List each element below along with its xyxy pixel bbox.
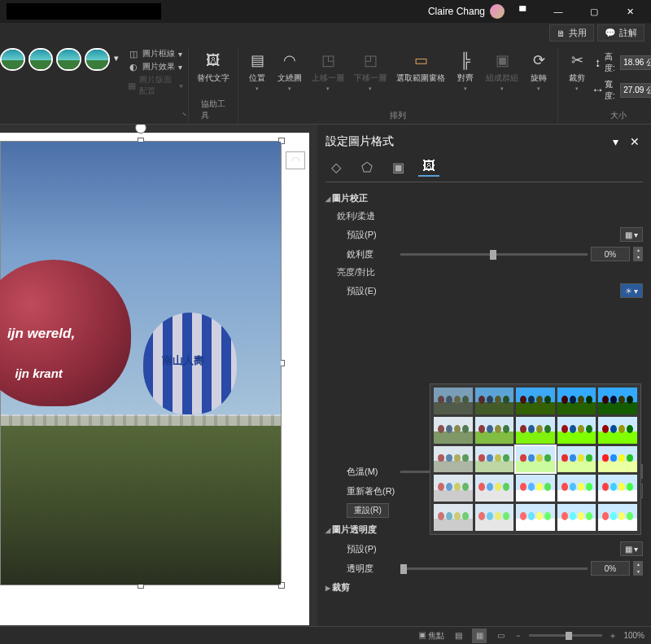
pane-menu-button[interactable]: ▾ [608,135,623,148]
section-picture-corrections[interactable]: 圖片校正 [326,189,643,208]
brightness-preset-cell[interactable] [434,446,473,473]
view-web-button[interactable]: ▭ [493,629,508,643]
label-transparency: 透明度 [347,563,395,575]
width-icon: ⭤ [594,86,602,95]
rotate-handle[interactable] [135,125,146,134]
image-content: 南山人壽 [1,142,281,585]
view-print-button[interactable]: ▦ [472,629,487,643]
share-button[interactable]: 🗎 共用 [549,24,594,42]
pane-tabs: ◇ ⬠ ▣ 🖼 [326,157,643,182]
section-crop[interactable]: 裁剪 [326,578,643,597]
selected-image[interactable]: ◠ 南山人壽 [0,141,282,585]
view-readmode-button[interactable]: ▤ [451,629,465,643]
selection-pane-button[interactable]: ▭選取範圍窗格 [393,48,448,85]
alt-text-button[interactable]: 🖼 替代文字 [194,48,233,85]
sharpness-spinner[interactable]: ▴▾ [633,247,643,261]
crop-button[interactable]: ✂裁剪▾ [563,48,591,94]
brightness-preset-cell[interactable] [598,504,637,531]
close-button[interactable]: ✕ [612,0,648,23]
zoom-slider[interactable] [529,634,602,637]
zoom-value[interactable]: 100% [623,631,644,640]
brightness-preset-cell[interactable] [557,446,596,473]
text-wrap-button[interactable]: ◠文繞圖▾ [274,48,305,94]
sharpen-preset-button[interactable]: ▦ ▾ [620,227,643,242]
page: ◠ 南山人壽 [0,133,309,625]
brightness-preset-cell[interactable] [516,504,555,531]
title-search-input[interactable] [7,3,161,20]
send-backward-button: ◰下移一層▾ [351,48,390,94]
tab-effects-icon[interactable]: ⬠ [356,157,378,177]
brightness-preset-cell[interactable] [598,475,637,502]
brightness-preset-cell[interactable] [475,446,514,473]
sharpness-value[interactable]: 0% [591,247,630,261]
brightness-preset-button[interactable]: ☀ ▾ [620,283,643,298]
styles-more-button[interactable]: ▾ [113,48,120,64]
transparency-spinner[interactable]: ▴▾ [633,561,643,576]
transparency-slider[interactable] [400,567,588,570]
label-preset-e: 預設(E) [347,285,395,297]
label-trans-preset: 預設(P) [347,543,395,555]
brightness-preset-cell[interactable] [434,417,473,444]
brightness-preset-cell[interactable] [557,417,596,444]
format-picture-pane: 設定圖片格式 ▾ ✕ ◇ ⬠ ▣ 🖼 圖片校正 銳利/柔邊 預設(P) ▦ ▾ … [317,125,651,626]
transparency-preset-button[interactable]: ▦ ▾ [620,541,643,556]
ribbon-group-accessibility: 🖼 替代文字 協助工具 [189,48,238,123]
brightness-preset-cell[interactable] [475,504,514,531]
picture-effects-button[interactable]: ◐圖片效果 ▾ [128,61,183,72]
picture-style-thumb[interactable] [85,48,110,71]
tab-fill-icon[interactable]: ◇ [326,157,347,177]
brightness-preset-cell[interactable] [516,446,555,473]
brightness-preset-cell[interactable] [434,504,473,531]
picture-style-thumb[interactable] [0,48,25,71]
picture-style-thumb[interactable] [56,48,81,71]
tab-size-icon[interactable]: ▣ [387,157,409,177]
transparency-value[interactable]: 0% [591,561,630,576]
brightness-preset-cell[interactable] [434,388,473,414]
brightness-preset-popup [430,383,641,535]
minimize-button[interactable]: ― [540,0,576,23]
brightness-preset-cell[interactable] [516,475,555,502]
pane-close-button[interactable]: ✕ [627,135,643,148]
brightness-preset-cell[interactable] [598,417,637,444]
align-button[interactable]: ╠對齊▾ [452,48,479,94]
brightness-preset-cell[interactable] [516,388,555,414]
zoom-in-button[interactable]: ＋ [609,630,617,642]
brightness-preset-cell[interactable] [516,417,555,444]
focus-mode-button[interactable]: ▣ 焦點 [418,630,445,642]
label-brightness-contrast: 亮度/對比 [326,264,643,281]
group-button: ▣組成群組▾ [483,48,522,94]
rotate-button[interactable]: ⟳旋轉▾ [525,48,553,94]
brightness-preset-cell[interactable] [475,475,514,502]
label-sharpen: 銳利/柔邊 [326,208,643,225]
comment-button[interactable]: 💬 註解 [597,24,644,42]
maximize-button[interactable]: ▢ [576,0,612,23]
user-account[interactable]: Claire Chang [428,4,505,19]
brightness-preset-cell[interactable] [557,475,596,502]
height-input[interactable] [620,55,651,70]
layout-options-button[interactable]: ◠ [286,151,305,169]
sharpness-slider[interactable] [400,253,588,256]
brightness-preset-cell[interactable] [557,504,596,531]
picture-style-thumb[interactable] [28,48,54,71]
width-input[interactable] [620,83,651,98]
zoom-out-button[interactable]: － [514,630,522,642]
brightness-preset-cell[interactable] [598,388,637,414]
bring-forward-button: ◳上移一層▾ [308,48,347,94]
brightness-preset-cell[interactable] [434,475,473,502]
avatar-icon [490,4,505,19]
reset-button[interactable]: 重設(R) [347,503,389,518]
picture-layout-button: ▦圖片版面配置 ▾ [128,74,183,97]
brightness-preset-cell[interactable] [475,417,514,444]
picture-border-button[interactable]: ◫圖片框線 ▾ [128,48,183,59]
brightness-preset-cell[interactable] [475,388,514,414]
status-bar: ▣ 焦點 ▤ ▦ ▭ － ＋ 100% [0,626,651,644]
brightness-preset-cell[interactable] [598,446,637,473]
document-canvas[interactable]: ◠ 南山人壽 [0,125,317,626]
tab-picture-icon[interactable]: 🖼 [418,157,439,177]
ribbon: ▾ ◫圖片框線 ▾ ◐圖片效果 ▾ ▦圖片版面配置 ▾ ⸌ 🖼 替代文字 協助工… [0,43,651,125]
position-button[interactable]: ▤位置▾ [243,48,271,94]
brightness-preset-cell[interactable] [557,388,596,414]
ribbon-options-button[interactable]: ▝▘ [505,0,540,23]
label-temperature: 色溫(M) [347,466,395,478]
balloon-text: 南山人壽 [162,353,204,368]
